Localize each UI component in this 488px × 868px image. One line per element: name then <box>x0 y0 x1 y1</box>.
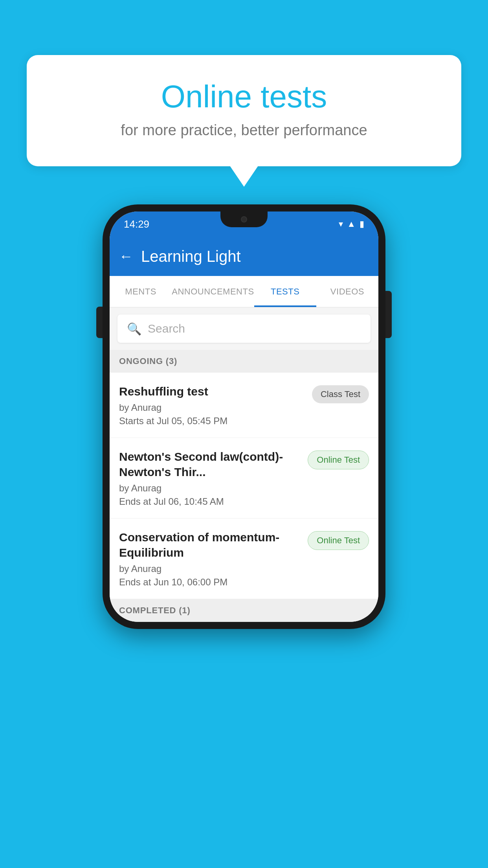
promo-bubble: Online tests for more practice, better p… <box>27 55 461 166</box>
tab-bar: MENTS ANNOUNCEMENTS TESTS VIDEOS <box>110 276 378 307</box>
test-time: Ends at Jun 10, 06:00 PM <box>119 577 301 588</box>
test-time: Starts at Jul 05, 05:45 PM <box>119 416 306 427</box>
tab-tests[interactable]: TESTS <box>254 276 316 307</box>
phone-outer: 14:29 ▾ ▲ ▮ ← Learning Light MENTS ANNOU… <box>103 204 385 629</box>
wifi-icon: ▾ <box>339 219 343 229</box>
tab-announcements[interactable]: ANNOUNCEMENTS <box>172 276 254 307</box>
back-button[interactable]: ← <box>119 248 133 265</box>
test-item-content: Reshuffling test by Anurag Starts at Jul… <box>119 384 306 427</box>
battery-icon: ▮ <box>360 219 364 229</box>
test-author: by Anurag <box>119 563 301 574</box>
phone-notch <box>220 211 268 227</box>
test-badge-online-2: Online Test <box>308 531 369 550</box>
test-author: by Anurag <box>119 483 301 494</box>
tab-ments[interactable]: MENTS <box>110 276 172 307</box>
phone-screen: 14:29 ▾ ▲ ▮ ← Learning Light MENTS ANNOU… <box>110 211 378 622</box>
phone-mockup: 14:29 ▾ ▲ ▮ ← Learning Light MENTS ANNOU… <box>103 204 385 629</box>
search-bar[interactable]: 🔍 Search <box>117 314 371 343</box>
test-badge-class: Class Test <box>312 385 369 403</box>
bubble-subtitle: for more practice, better performance <box>50 122 438 139</box>
completed-section-header: COMPLETED (1) <box>110 599 378 622</box>
signal-icon: ▲ <box>347 219 356 229</box>
test-time: Ends at Jul 06, 10:45 AM <box>119 496 301 507</box>
camera <box>241 216 247 223</box>
app-bar: ← Learning Light <box>110 237 378 276</box>
test-name: Reshuffling test <box>119 384 306 399</box>
bubble-title: Online tests <box>50 79 438 115</box>
search-icon: 🔍 <box>127 322 141 336</box>
test-badge-online: Online Test <box>308 451 369 469</box>
test-list: Reshuffling test by Anurag Starts at Jul… <box>110 373 378 599</box>
test-item-conservation[interactable]: Conservation of momentum-Equilibrium by … <box>110 519 378 599</box>
test-item-content: Conservation of momentum-Equilibrium by … <box>119 530 301 588</box>
app-title: Learning Light <box>141 248 241 265</box>
test-name: Conservation of momentum-Equilibrium <box>119 530 301 560</box>
ongoing-section-header: ONGOING (3) <box>110 350 378 373</box>
test-name: Newton's Second law(contd)-Newton's Thir… <box>119 449 301 480</box>
tab-videos[interactable]: VIDEOS <box>316 276 378 307</box>
test-author: by Anurag <box>119 402 306 413</box>
status-icons: ▾ ▲ ▮ <box>339 219 364 229</box>
test-item-reshuffling[interactable]: Reshuffling test by Anurag Starts at Jul… <box>110 373 378 438</box>
search-container: 🔍 Search <box>110 307 378 350</box>
status-time: 14:29 <box>124 218 149 230</box>
test-item-newton[interactable]: Newton's Second law(contd)-Newton's Thir… <box>110 438 378 519</box>
test-item-content: Newton's Second law(contd)-Newton's Thir… <box>119 449 301 507</box>
search-input[interactable]: Search <box>148 322 185 335</box>
